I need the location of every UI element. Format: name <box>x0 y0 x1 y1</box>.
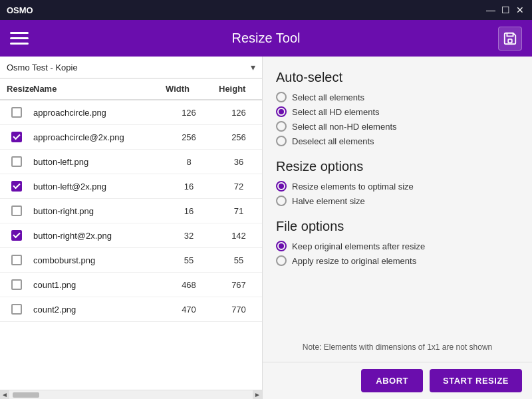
table-scroll-wrapper: approachcircle.png126126approachcircle@2… <box>0 100 262 390</box>
row-checkbox[interactable] <box>11 132 22 142</box>
project-dropdown[interactable]: Osmo Test - Kopie <box>7 63 251 72</box>
menu-line <box>10 37 29 39</box>
radio-item[interactable]: Apply resize to original elements <box>276 255 519 266</box>
row-name: button-left.png <box>30 150 162 174</box>
row-name: button-right@2x.png <box>30 224 162 247</box>
right-panel: Auto-select Select all elementsSelect al… <box>263 57 532 362</box>
radio-item[interactable]: Deselect all elements <box>276 136 519 146</box>
row-checkbox[interactable] <box>11 107 22 118</box>
row-height: 770 <box>215 298 262 321</box>
menu-line <box>10 32 29 34</box>
auto-select-group: Select all elementsSelect all HD element… <box>276 92 519 146</box>
file-options-section: File options Keep original elements afte… <box>276 215 519 275</box>
row-checkbox[interactable] <box>11 181 22 192</box>
horizontal-scrollbar[interactable]: ◄ ► <box>0 390 262 399</box>
table-row: approachcircle.png126126 <box>0 100 262 125</box>
table-body[interactable]: approachcircle.png126126approachcircle@2… <box>0 100 262 390</box>
resize-options-section: Resize options Resize elements to optima… <box>276 156 519 215</box>
row-name: button-right.png <box>30 200 162 223</box>
checkbox-cell[interactable] <box>3 199 30 223</box>
col-name: Name <box>30 78 162 99</box>
radio-circle <box>276 255 287 266</box>
file-options-title: File options <box>276 219 519 234</box>
scroll-right-button[interactable]: ► <box>253 390 262 400</box>
start-resize-button[interactable]: START RESIZE <box>430 369 522 392</box>
table-row: button-left.png836 <box>0 150 262 174</box>
col-height: Height <box>215 78 262 99</box>
app-header: Resize Tool <box>0 20 532 57</box>
checkbox-cell[interactable] <box>3 223 30 247</box>
app-name: OSMO <box>7 5 33 15</box>
dropdown-arrow-icon: ▾ <box>251 62 255 72</box>
file-options-group: Keep original elements after resizeApply… <box>276 241 519 266</box>
checkbox-cell[interactable] <box>3 248 30 272</box>
menu-line <box>10 43 29 45</box>
col-width: Width <box>162 78 215 99</box>
row-name: count2.png <box>30 298 162 321</box>
minimize-button[interactable]: — <box>485 5 496 15</box>
title-bar: OSMO — ☐ ✕ <box>0 0 532 20</box>
checkbox-cell[interactable] <box>3 174 30 198</box>
scroll-thumb[interactable] <box>13 392 39 398</box>
checkbox-cell[interactable] <box>3 273 30 297</box>
row-height: 142 <box>215 224 262 247</box>
checkbox-cell[interactable] <box>3 125 30 149</box>
radio-item[interactable]: Keep original elements after resize <box>276 241 519 251</box>
table-header: Resize Name Width Height <box>0 78 262 100</box>
row-height: 126 <box>215 101 262 124</box>
row-checkbox[interactable] <box>11 156 22 167</box>
radio-label: Apply resize to original elements <box>292 256 416 266</box>
row-height: 767 <box>215 273 262 297</box>
table-row: button-right.png1671 <box>0 199 262 223</box>
row-width: 16 <box>162 175 215 198</box>
menu-button[interactable] <box>10 32 29 45</box>
radio-circle <box>276 92 287 102</box>
row-width: 468 <box>162 273 215 297</box>
radio-circle <box>276 136 287 146</box>
maximize-button[interactable]: ☐ <box>500 5 511 15</box>
resize-options-group: Resize elements to optimal sizeHalve ele… <box>276 181 519 206</box>
row-height: 72 <box>215 175 262 198</box>
checkbox-cell[interactable] <box>3 150 30 174</box>
row-width: 8 <box>162 150 215 174</box>
row-name: count1.png <box>30 273 162 297</box>
checkbox-cell[interactable] <box>3 100 30 124</box>
radio-label: Select all non-HD elements <box>292 122 397 132</box>
table-row: count1.png468767 <box>0 273 262 297</box>
radio-label: Select all elements <box>292 92 364 102</box>
main-content: Osmo Test - Kopie ▾ Resize Name Width He… <box>0 57 532 399</box>
radio-item[interactable]: Select all HD elements <box>276 106 519 117</box>
row-checkbox[interactable] <box>11 255 22 265</box>
resize-options-title: Resize options <box>276 159 519 174</box>
radio-item[interactable]: Select all non-HD elements <box>276 121 519 132</box>
row-width: 126 <box>162 101 215 124</box>
radio-item[interactable]: Resize elements to optimal size <box>276 181 519 192</box>
project-selector[interactable]: Osmo Test - Kopie ▾ <box>0 57 262 78</box>
radio-item[interactable]: Select all elements <box>276 92 519 102</box>
radio-item[interactable]: Halve element size <box>276 196 519 206</box>
abort-button[interactable]: ABORT <box>361 369 423 392</box>
row-height: 36 <box>215 150 262 174</box>
row-checkbox[interactable] <box>11 279 22 290</box>
close-button[interactable]: ✕ <box>515 5 525 15</box>
svg-rect-0 <box>508 39 512 42</box>
row-checkbox[interactable] <box>11 205 22 216</box>
col-resize: Resize <box>3 78 30 99</box>
radio-label: Resize elements to optimal size <box>292 182 414 192</box>
row-checkbox[interactable] <box>11 230 22 241</box>
row-name: button-left@2x.png <box>30 175 162 198</box>
row-width: 32 <box>162 224 215 247</box>
row-height: 71 <box>215 200 262 223</box>
row-width: 55 <box>162 249 215 272</box>
table-row: comboburst.png5555 <box>0 248 262 273</box>
row-name: approachcircle.png <box>30 101 162 124</box>
scroll-left-button[interactable]: ◄ <box>0 390 9 400</box>
radio-circle <box>276 196 287 206</box>
row-width: 470 <box>162 298 215 321</box>
row-checkbox[interactable] <box>11 304 22 315</box>
radio-label: Deselect all elements <box>292 136 374 146</box>
row-width: 256 <box>162 126 215 149</box>
checkbox-cell[interactable] <box>3 297 30 321</box>
radio-circle <box>276 121 287 132</box>
save-button[interactable] <box>498 27 522 51</box>
